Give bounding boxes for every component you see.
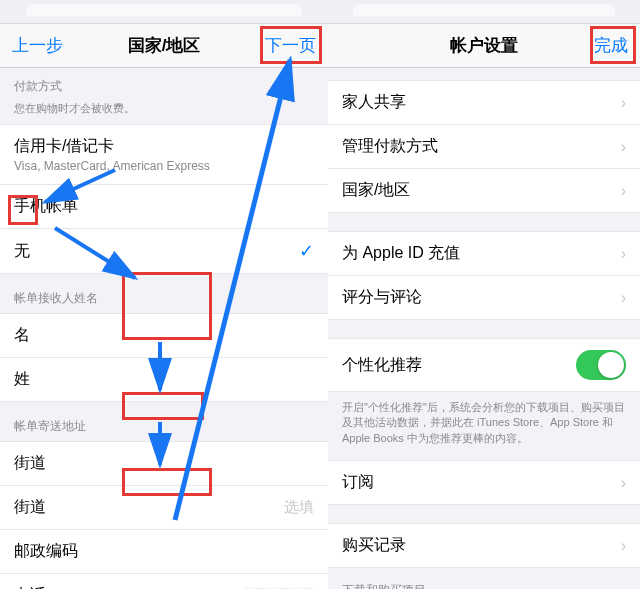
reviews-label: 评分与评论 (342, 287, 422, 308)
payment-none[interactable]: 无 ✓ (0, 228, 328, 273)
phone-field[interactable]: 电话 (0, 573, 328, 589)
payment-carrier-label: 手机帐单 (14, 196, 78, 217)
payment-credit[interactable]: 信用卡/借记卡 Visa, MasterCard, American Expre… (0, 124, 328, 184)
postal-field[interactable]: 邮政编码 (0, 529, 328, 573)
chevron-icon: › (621, 289, 626, 307)
recipient-header: 帐单接收人姓名 (0, 274, 328, 313)
street1-field[interactable]: 街道 (0, 441, 328, 485)
shipping-header: 帐单寄送地址 (0, 402, 328, 441)
next-button[interactable]: 下一页 (265, 34, 316, 57)
first-name-label: 名 (14, 325, 30, 346)
subscriptions-label: 订阅 (342, 472, 374, 493)
country-region-label: 国家/地区 (342, 180, 410, 201)
payment-sub: 您在购物时才会被收费。 (0, 101, 328, 124)
country-region-row[interactable]: 国家/地区 › (328, 168, 640, 212)
personal-reco-desc: 开启"个性化推荐"后，系统会分析您的下载项目、购买项目及其他活动数据，并据此在 … (328, 392, 640, 460)
street2-label: 街道 (14, 497, 46, 518)
street1-label: 街道 (14, 453, 46, 474)
personal-reco-toggle[interactable] (576, 350, 626, 380)
payment-carrier[interactable]: 手机帐单 (0, 184, 328, 228)
navbar-left: 上一步 国家/地区 下一页 (0, 24, 328, 68)
chevron-icon: › (621, 94, 626, 112)
payment-header: 付款方式 (0, 68, 328, 101)
purchase-history-label: 购买记录 (342, 535, 406, 556)
manage-payment-label: 管理付款方式 (342, 136, 438, 157)
family-row[interactable]: 家人共享 › (328, 80, 640, 124)
payment-none-label: 无 (14, 241, 30, 262)
phone-label: 电话 (14, 585, 46, 589)
personal-reco-label: 个性化推荐 (342, 355, 422, 376)
subscriptions-row[interactable]: 订阅 › (328, 460, 640, 504)
personal-reco-row: 个性化推荐 (328, 338, 640, 391)
purchase-history-row[interactable]: 购买记录 › (328, 523, 640, 567)
navbar-right: 帐户设置 完成 (328, 24, 640, 68)
last-name-field[interactable]: 姓 (0, 357, 328, 401)
chevron-icon: › (621, 245, 626, 263)
chevron-icon: › (621, 138, 626, 156)
chevron-icon: › (621, 474, 626, 492)
hidden-header: 下载和购买项目 (328, 568, 640, 589)
done-button[interactable]: 完成 (594, 34, 628, 57)
last-name-label: 姓 (14, 369, 30, 390)
family-label: 家人共享 (342, 92, 406, 113)
first-name-field[interactable]: 名 (0, 313, 328, 357)
street2-field[interactable]: 街道 选填 (0, 485, 328, 529)
back-button[interactable]: 上一步 (12, 34, 63, 57)
chevron-icon: › (621, 537, 626, 555)
chevron-icon: › (621, 182, 626, 200)
topup-row[interactable]: 为 Apple ID 充值 › (328, 231, 640, 275)
check-icon: ✓ (299, 240, 314, 262)
payment-credit-desc: Visa, MasterCard, American Express (14, 159, 210, 173)
postal-label: 邮政编码 (14, 541, 78, 562)
street2-hint: 选填 (274, 498, 314, 517)
payment-credit-label: 信用卡/借记卡 (14, 136, 210, 157)
manage-payment-row[interactable]: 管理付款方式 › (328, 124, 640, 168)
reviews-row[interactable]: 评分与评论 › (328, 275, 640, 319)
topup-label: 为 Apple ID 充值 (342, 243, 460, 264)
